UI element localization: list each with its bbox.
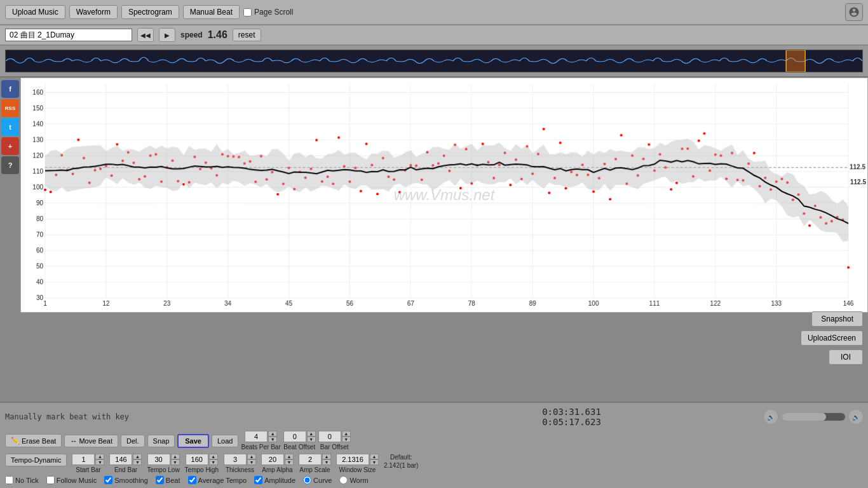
tempo-high-down[interactable]: ▼ bbox=[209, 459, 218, 465]
snap-button[interactable]: Snap bbox=[147, 435, 175, 447]
spectrogram-button[interactable]: Spectrogram bbox=[121, 5, 179, 19]
amp-alpha-up[interactable]: ▲ bbox=[285, 454, 294, 459]
erase-beat-button[interactable]: ✏️ Erase Beat bbox=[5, 434, 62, 447]
waveform-display[interactable] bbox=[5, 50, 863, 72]
start-bar-up[interactable]: ▲ bbox=[95, 454, 104, 459]
bar-offset-down[interactable]: ▼ bbox=[342, 437, 351, 442]
thickness-input[interactable] bbox=[224, 454, 247, 465]
beats-per-bar-input[interactable] bbox=[245, 431, 268, 442]
del-button[interactable]: Del. bbox=[121, 435, 145, 447]
save-button[interactable]: Save bbox=[177, 434, 209, 448]
tempo-low-input[interactable] bbox=[147, 454, 170, 465]
curve-label: Curve bbox=[313, 477, 332, 484]
amp-alpha-down[interactable]: ▼ bbox=[285, 459, 294, 465]
load-button[interactable]: Load bbox=[212, 435, 238, 447]
dashed-line-value: 112.5 bbox=[850, 179, 866, 186]
tempo-high-input[interactable] bbox=[186, 454, 208, 465]
help-icon[interactable]: ? bbox=[1, 156, 19, 174]
tempo-high-up[interactable]: ▲ bbox=[209, 454, 218, 459]
amp-alpha-input[interactable] bbox=[261, 454, 284, 465]
upload-music-button[interactable]: Upload Music bbox=[5, 5, 65, 19]
rewind-button[interactable]: ◀◀ bbox=[137, 28, 154, 42]
average-tempo-checkbox[interactable] bbox=[188, 476, 196, 484]
time-display: 0:03:31.631 0:05:17.623 bbox=[384, 407, 759, 427]
facebook-icon[interactable]: f bbox=[1, 80, 19, 98]
average-tempo-label: Average Tempo bbox=[198, 477, 247, 484]
tempo-low-down[interactable]: ▼ bbox=[171, 459, 180, 465]
upload-screen-button[interactable]: UploadScreen bbox=[801, 330, 863, 346]
manual-beat-button[interactable]: Manual Beat bbox=[183, 5, 240, 19]
settings-icon[interactable] bbox=[845, 3, 863, 21]
reset-button[interactable]: reset bbox=[233, 29, 261, 41]
amp-alpha-label: Amp Alpha bbox=[262, 466, 292, 473]
waveform-bar bbox=[0, 46, 868, 78]
bar-offset-input[interactable] bbox=[318, 431, 341, 442]
top-toolbar: Upload Music Waveform Spectrogram Manual… bbox=[0, 0, 868, 25]
beats-per-bar-down[interactable]: ▼ bbox=[268, 437, 277, 442]
curve-group: Curve bbox=[303, 476, 332, 484]
tempo-low-up[interactable]: ▲ bbox=[171, 454, 180, 459]
beats-per-bar-spinner: ▲ ▼ bbox=[245, 431, 277, 442]
page-scroll-checkbox[interactable] bbox=[243, 8, 252, 17]
volume-slider[interactable] bbox=[782, 413, 845, 421]
amp-scale-input[interactable] bbox=[299, 454, 322, 465]
right-panel: Snapshot UploadScreen IOI bbox=[801, 311, 863, 365]
follow-music-checkbox[interactable] bbox=[46, 476, 55, 484]
end-bar-label: End Bar bbox=[114, 466, 137, 473]
chart-area: www.Vmus.net 112.5 bbox=[20, 78, 868, 313]
play-button[interactable]: ▶ bbox=[159, 28, 175, 42]
beat-offset-input[interactable] bbox=[283, 431, 306, 442]
window-size-up[interactable]: ▲ bbox=[370, 454, 379, 459]
beat-checkbox[interactable] bbox=[156, 476, 164, 484]
start-bar-input[interactable] bbox=[72, 454, 95, 465]
thickness-down[interactable]: ▼ bbox=[247, 459, 256, 465]
amplitude-checkbox[interactable] bbox=[254, 476, 262, 484]
filename-input[interactable] bbox=[5, 29, 132, 41]
beat-offset-spinner: ▲ ▼ bbox=[283, 431, 316, 442]
window-size-input[interactable] bbox=[336, 454, 369, 465]
tempo-high-label: Tempo High bbox=[185, 466, 219, 473]
thickness-label: Thickness bbox=[226, 466, 254, 473]
worm-label: Worm bbox=[349, 477, 368, 484]
start-bar-down[interactable]: ▼ bbox=[95, 459, 104, 465]
page-scroll-label: Page Scroll bbox=[254, 8, 293, 17]
window-size-label: Window Size bbox=[339, 466, 376, 473]
iol-button[interactable]: IOI bbox=[829, 349, 863, 365]
bar-offset-up[interactable]: ▲ bbox=[342, 431, 351, 437]
window-size-down[interactable]: ▼ bbox=[370, 459, 379, 465]
default-label: Default: bbox=[390, 454, 412, 461]
svg-rect-1 bbox=[786, 50, 805, 72]
start-bar-group: ▲ ▼ Start Bar bbox=[72, 454, 104, 473]
end-bar-input[interactable] bbox=[109, 454, 132, 465]
plus-icon[interactable]: + bbox=[1, 137, 19, 155]
smoothing-label: Smoothing bbox=[114, 477, 148, 484]
beat-offset-up[interactable]: ▲ bbox=[307, 431, 316, 437]
beats-per-bar-up[interactable]: ▲ bbox=[268, 431, 277, 437]
follow-music-label: Follow Music bbox=[57, 477, 97, 484]
params-row: Tempo-Dynamic ▲ ▼ Start Bar ▲ bbox=[5, 454, 863, 473]
snapshot-button[interactable]: Snapshot bbox=[811, 311, 863, 327]
amp-alpha-group: ▲ ▼ Amp Alpha bbox=[261, 454, 294, 473]
amp-scale-down[interactable]: ▼ bbox=[322, 459, 331, 465]
bar-offset-spinner: ▲ ▼ bbox=[318, 431, 351, 442]
thickness-up[interactable]: ▲ bbox=[247, 454, 256, 459]
beat-offset-down[interactable]: ▼ bbox=[307, 437, 316, 442]
smoothing-checkbox[interactable] bbox=[104, 476, 112, 484]
waveform-button[interactable]: Waveform bbox=[69, 5, 118, 19]
manual-mark-text: Manually mark beat with key bbox=[5, 412, 379, 421]
smoothing-group: Smoothing bbox=[104, 476, 148, 484]
amp-scale-label: Amp Scale bbox=[299, 466, 330, 473]
amp-scale-up[interactable]: ▲ bbox=[322, 454, 331, 459]
beats-per-bar-label: Beats Per Bar bbox=[241, 444, 280, 451]
tempo-dynamic-button[interactable]: Tempo-Dynamic bbox=[5, 454, 67, 466]
bar-offset-label: Bar Offset bbox=[320, 444, 349, 451]
move-beat-button[interactable]: ↔ Move Beat bbox=[64, 435, 118, 447]
end-bar-up[interactable]: ▲ bbox=[133, 454, 142, 459]
rss-icon[interactable]: RSS bbox=[1, 99, 19, 117]
end-bar-down[interactable]: ▼ bbox=[133, 459, 142, 465]
worm-radio[interactable] bbox=[339, 476, 348, 484]
curve-radio[interactable] bbox=[303, 476, 311, 484]
twitter-icon[interactable]: t bbox=[1, 118, 19, 136]
volume-icon: 🔊 bbox=[764, 410, 778, 424]
no-tick-checkbox[interactable] bbox=[5, 476, 13, 484]
